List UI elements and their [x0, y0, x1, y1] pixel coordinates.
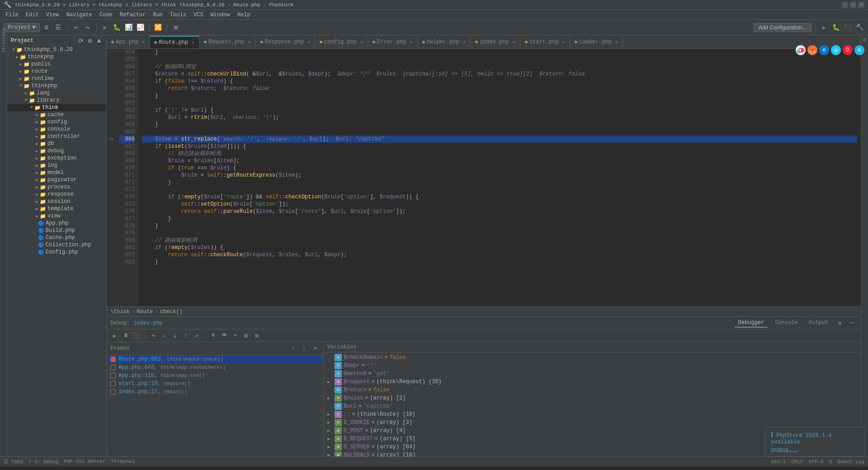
maximize-button[interactable]: □ — [850, 2, 856, 8]
restore-layout-button[interactable]: ⊟ — [241, 331, 250, 340]
tab-config-php[interactable]: config.php ✕ — [315, 36, 368, 48]
tab-close-icon[interactable]: ✕ — [410, 39, 413, 45]
safari-icon[interactable]: ◎ — [831, 45, 841, 55]
tree-item-paginator[interactable]: ▶ 📁 paginator — [7, 176, 106, 183]
frame-item-2[interactable]: App.php:116, think\App:run() — [107, 371, 323, 380]
frames-up-icon[interactable]: ↑ — [289, 344, 298, 353]
frames-down-icon[interactable]: ↓ — [300, 344, 309, 353]
tab-helper-php[interactable]: helper.php ✕ — [418, 36, 471, 48]
var-depr[interactable]: v $depr = '/' — [324, 362, 861, 370]
redo-button[interactable]: ↪ — [83, 23, 93, 33]
debug-minimize-icon[interactable]: ─ — [848, 319, 857, 328]
menu-view[interactable]: View — [42, 11, 63, 19]
tree-item-cache-php[interactable]: 🔵 Cache.php — [7, 234, 106, 241]
ie-icon[interactable]: e — [854, 45, 864, 55]
undo-button[interactable]: ↩ — [71, 23, 81, 33]
debug-tab-output[interactable]: Output — [805, 319, 832, 328]
var-static[interactable]: ▶ s :: = (think\Route) {10} — [324, 410, 861, 418]
tree-item-build-php[interactable]: 🔵 Build.php — [7, 227, 106, 234]
status-todo[interactable]: ☰ TODO — [4, 459, 23, 465]
var-request[interactable]: ▶ o $request = (think\Request) {35} — [324, 378, 861, 386]
var-url[interactable]: v $url = 'captcha' — [324, 402, 861, 410]
tab-response-php[interactable]: Response.php ✕ — [256, 36, 315, 48]
watch-button[interactable]: 👁 — [220, 331, 229, 340]
tab-loader-php[interactable]: Loader.php ✕ — [570, 36, 623, 48]
debug-close-icon[interactable]: ✕ — [835, 319, 844, 328]
tree-item-controller[interactable]: ▶ 📁 controller — [7, 133, 106, 140]
force-step-into-button[interactable]: ⇓ — [170, 331, 179, 340]
var-method[interactable]: v $method = 'get' — [324, 370, 861, 378]
tree-item-thinkphp2[interactable]: ▼ 📁 thinkphp — [7, 82, 106, 89]
tab-close-icon[interactable]: ✕ — [463, 39, 466, 45]
tree-item-thinkphp[interactable]: ▼ 📁 thinkphp_5.0.20 — [7, 46, 106, 53]
debug-tab-console[interactable]: Console — [771, 319, 801, 328]
tab-close-icon[interactable]: ✕ — [248, 39, 251, 45]
menu-run[interactable]: Run — [149, 11, 166, 19]
menu-navigate[interactable]: Navigate — [62, 11, 96, 19]
menu-edit[interactable]: Edit — [22, 11, 42, 19]
var-return[interactable]: v $return = false — [324, 386, 861, 394]
tree-item-template[interactable]: ▶ 📁 template — [7, 205, 106, 212]
run-to-cursor-button[interactable]: ↗ — [192, 331, 201, 340]
add-watch-icon[interactable]: + — [231, 331, 240, 340]
structure-icon[interactable]: Structure — [0, 37, 7, 43]
tree-item-console[interactable]: ▶ 📁 console — [7, 126, 106, 133]
tab-close-icon[interactable]: ✕ — [513, 39, 515, 45]
tree-item-route[interactable]: ▶ 📁 route — [7, 68, 106, 75]
tree-item-process[interactable]: ▶ 📁 process — [7, 183, 106, 191]
tab-close-icon[interactable]: ✕ — [142, 39, 145, 45]
tree-item-public[interactable]: ▶ 📁 public — [7, 61, 106, 68]
code-editor[interactable]: → 854 85 — [107, 49, 861, 306]
terminal-button[interactable]: ⊞ — [171, 23, 181, 33]
opera-icon[interactable]: O — [843, 45, 853, 55]
close-button[interactable]: ✕ — [858, 2, 864, 8]
tab-close-icon[interactable]: ✕ — [192, 40, 194, 45]
menu-tools[interactable]: Tools — [166, 11, 190, 19]
resume-button[interactable]: ▶ — [110, 331, 119, 340]
tab-close-icon[interactable]: ✕ — [360, 39, 363, 45]
menu-file[interactable]: File — [2, 11, 22, 19]
settings-button[interactable]: ⚙ — [42, 23, 52, 33]
tab-request-php[interactable]: Request.php ✕ — [199, 36, 255, 48]
tree-item-cache[interactable]: ▶ 📁 cache — [7, 111, 106, 118]
tree-item-library[interactable]: ▼ 📁 library — [7, 97, 106, 104]
firefox-icon[interactable]: 🦊 — [807, 45, 817, 55]
coverage-button[interactable]: 📊 — [124, 23, 134, 33]
tree-item-exception[interactable]: ▶ 📁 exception — [7, 155, 106, 162]
more-options-icon[interactable]: ⚙ — [252, 331, 261, 340]
tree-item-view[interactable]: ▶ 📁 view — [7, 212, 106, 220]
status-server[interactable]: PHP-CGI Server — [64, 459, 105, 465]
var-checkdomain[interactable]: v $checkDomain = false — [324, 353, 861, 362]
tab-close-icon[interactable]: ✕ — [562, 39, 565, 45]
minimize-button[interactable]: ─ — [842, 2, 848, 8]
tree-item-think[interactable]: ▼ 📁 think — [7, 104, 106, 111]
frame-item-4[interactable]: index.php:17, {main}() — [107, 388, 323, 396]
tree-item-app-php[interactable]: 🔵 App.php — [7, 220, 106, 227]
stop-button[interactable]: ⬛ — [843, 23, 853, 33]
frame-item-1[interactable]: App.php:643, think\App:routeCheck() — [107, 363, 323, 371]
tab-app-php[interactable]: App.php ✕ — [107, 36, 150, 48]
layout-button[interactable]: ☰ — [53, 23, 63, 33]
frame-item-0[interactable]: Route.php:863, think\Route:check() — [107, 355, 323, 363]
edge-icon[interactable]: e — [819, 45, 829, 55]
right-icon-1[interactable]: ⚙ — [862, 37, 868, 43]
menu-window[interactable]: Window — [207, 11, 234, 19]
debug-button[interactable]: 🐛 — [112, 23, 122, 33]
tree-item-lang[interactable]: ▶ 📁 lang — [7, 89, 106, 97]
var-rules[interactable]: ▶ a $rules = (array) [2] — [324, 394, 861, 402]
gear-icon[interactable]: ⚙ — [86, 37, 94, 44]
debug-play-button[interactable]: 🐛 — [831, 23, 841, 33]
tab-close-icon[interactable]: ✕ — [307, 39, 310, 45]
tab-error-php[interactable]: Error.php ✕ — [368, 36, 418, 48]
tab-close-icon[interactable]: ✕ — [615, 39, 618, 45]
menu-vcs[interactable]: VCS — [190, 11, 207, 19]
add-configuration-button[interactable]: Add Configuration... — [754, 23, 811, 32]
step-over-button[interactable]: ↷ — [149, 331, 158, 340]
var-cookie[interactable]: ▶ a $_COOKIE = (array) [3] — [324, 418, 861, 427]
menu-refactor[interactable]: Refactor — [116, 11, 150, 19]
menu-help[interactable]: Help — [234, 11, 254, 19]
stop-debug-button[interactable]: ⬛ — [132, 331, 141, 340]
frames-add-icon[interactable]: + — [311, 344, 320, 353]
run-play-button[interactable]: ▶ — [819, 23, 829, 33]
pause-button[interactable]: ⏸ — [121, 331, 130, 340]
